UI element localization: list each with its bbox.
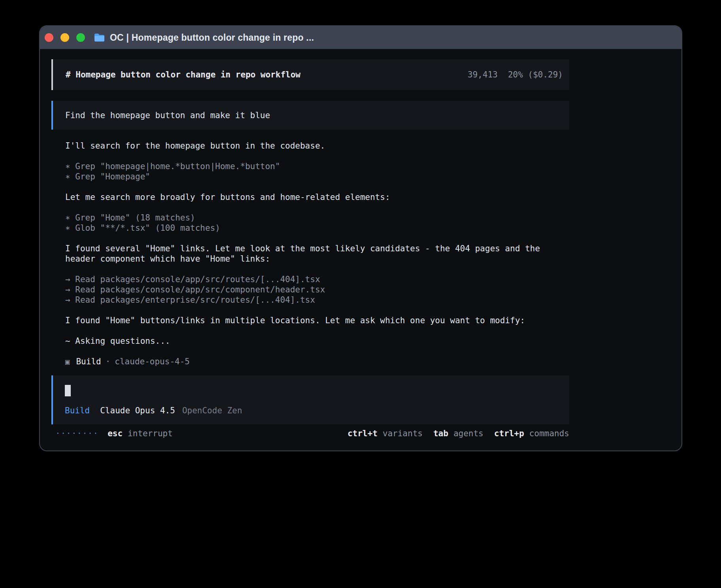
keybind-label: commands [529,428,569,439]
agent-icon: ▣ [65,356,70,367]
zoom-button[interactable] [76,33,85,42]
terminal-content: # Homepage button color change in repo w… [40,49,681,439]
tool-call-block: → Read packages/console/app/src/routes/[… [65,274,570,305]
minimize-button[interactable] [60,33,69,42]
prompt-input[interactable]: Build Claude Opus 4.5 OpenCode Zen [51,375,569,424]
token-count: 39,413 [468,70,498,79]
keybind-key: esc [108,428,123,439]
assistant-text-line: I'll search for the homepage button in t… [65,141,570,151]
input-meta: Build Claude Opus 4.5 OpenCode Zen [65,405,569,416]
spinner-dots: ········ [55,428,98,439]
tool-call-line: → Read packages/enterprise/src/routes/[.… [65,295,570,305]
keybind-hint-variants: ctrl+tvariants [347,428,423,439]
keybind-hint-agents: tabagents [433,428,483,439]
close-button[interactable] [45,33,53,42]
user-message: Find the homepage button and make it blu… [51,101,569,130]
transcript: I'll search for the homepage button in t… [65,141,570,346]
keybind-hint-commands: ctrl+pcommands [494,428,569,439]
assistant-text-block: ~ Asking questions... [65,336,570,346]
keybind-label: agents [453,428,483,439]
tool-call-line: ∗ Grep "homepage|home.*button|Home.*butt… [65,161,570,172]
keybind-hint-interrupt: escinterrupt [108,428,173,439]
tool-call-line: → Read packages/console/app/src/routes/[… [65,274,570,285]
folder-icon [94,33,105,42]
keybind-key: ctrl+t [347,428,377,439]
keybind-key: ctrl+p [494,428,524,439]
assistant-text-line: ~ Asking questions... [65,336,570,346]
assistant-text-line: I found several "Home" links. Let me loo… [65,243,570,264]
terminal-window: OC | Homepage button color change in rep… [39,25,682,451]
keybind-label: interrupt [128,428,173,439]
hints-left: escinterrupt [108,428,173,439]
tool-call-line: ∗ Grep "Homepage" [65,172,570,182]
window-title: OC | Homepage button color change in rep… [110,32,314,43]
input-provider-label: OpenCode Zen [182,405,242,416]
session-header: # Homepage button color change in repo w… [51,59,569,90]
tool-call-line: ∗ Glob "**/*.tsx" (100 matches) [65,223,570,233]
hints-right: ctrl+tvariantstabagentsctrl+pcommands [347,428,569,439]
agent-model-label: claude-opus-4-5 [115,356,190,367]
text-cursor [65,385,71,396]
session-stats: 39,413 20% ($0.29) [468,70,563,79]
window-titlebar[interactable]: OC | Homepage button color change in rep… [40,26,681,49]
user-message-text: Find the homepage button and make it blu… [65,111,270,120]
input-model-label[interactable]: Claude Opus 4.5 [100,405,175,416]
tool-call-block: ∗ Grep "Home" (18 matches)∗ Glob "**/*.t… [65,213,570,233]
status-bar: ········ escinterrupt ctrl+tvariantstaba… [51,428,569,439]
context-usage: 20% ($0.29) [508,70,563,79]
keybind-key: tab [433,428,448,439]
session-title: # Homepage button color change in repo w… [66,70,300,79]
input-mode-label[interactable]: Build [65,405,90,416]
assistant-text-line: Let me search more broadly for buttons a… [65,192,570,202]
assistant-text-block: I found several "Home" links. Let me loo… [65,243,570,264]
agent-separator: · [106,356,111,367]
assistant-text-block: I'll search for the homepage button in t… [65,141,570,151]
assistant-text-block: Let me search more broadly for buttons a… [65,192,570,202]
window-title-group: OC | Homepage button color change in rep… [94,32,314,43]
keybind-label: variants [383,428,423,439]
traffic-lights [45,33,85,42]
tool-call-line: → Read packages/console/app/src/componen… [65,285,570,295]
assistant-text-line: I found "Home" buttons/links in multiple… [65,315,570,326]
tool-call-line: ∗ Grep "Home" (18 matches) [65,213,570,223]
agent-status-row: ▣ Build · claude-opus-4-5 [65,356,681,367]
tool-call-block: ∗ Grep "homepage|home.*button|Home.*butt… [65,161,570,182]
assistant-text-block: I found "Home" buttons/links in multiple… [65,315,570,326]
agent-mode-label: Build [76,356,101,367]
